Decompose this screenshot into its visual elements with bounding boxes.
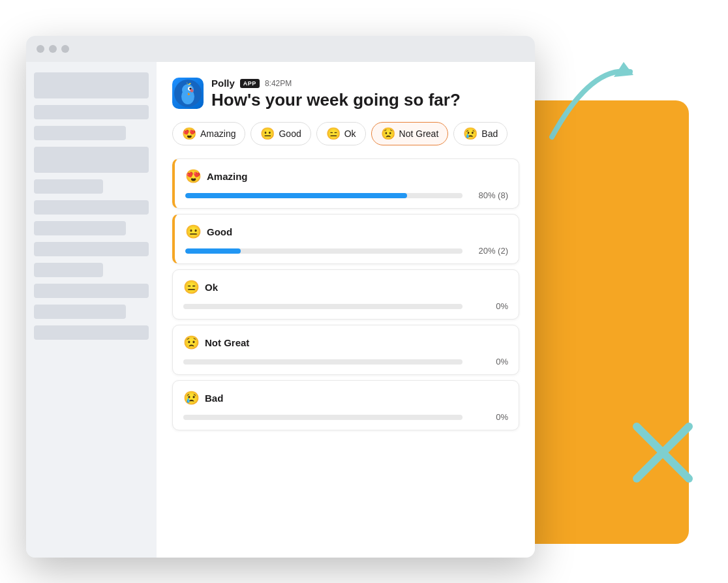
result-bar-ok: 0%	[183, 301, 508, 311]
browser-window: Polly APP 8:42PM How's your week going s…	[26, 36, 535, 558]
sidebar-item	[34, 221, 126, 235]
arrow-down-decoration	[624, 413, 702, 492]
sidebar-item	[34, 147, 149, 173]
browser-dot-red	[37, 45, 44, 53]
result-bar-amazing: 80% (8)	[185, 190, 508, 200]
result-pct-amazing: 80% (8)	[469, 190, 508, 200]
main-content: Polly APP 8:42PM How's your week going s…	[157, 62, 535, 558]
result-label-bad: 😢 Bad	[183, 390, 508, 406]
result-track-bad	[183, 415, 463, 420]
result-card-ok: 😑 Ok 0%	[172, 269, 519, 320]
bad-emoji: 😢	[463, 127, 478, 141]
message-meta: Polly APP 8:42PM How's your week going s…	[211, 78, 461, 110]
result-label-amazing: 😍 Amazing	[185, 168, 508, 184]
result-track-notgreat	[183, 359, 463, 365]
sidebar-item	[34, 126, 126, 140]
result-pct-ok: 0%	[469, 301, 508, 311]
sidebar-item	[34, 179, 103, 194]
ok-label: Ok	[344, 128, 356, 139]
notgreat-label: Not Great	[399, 128, 439, 139]
result-emoji-ok: 😑	[183, 279, 200, 295]
results-container: 😍 Amazing 80% (8) 😐 Good	[172, 158, 519, 430]
poll-option-amazing[interactable]: 😍 Amazing	[172, 122, 245, 145]
result-text-amazing: Amazing	[207, 171, 248, 182]
result-fill-amazing	[185, 193, 407, 198]
result-emoji-amazing: 😍	[185, 168, 202, 184]
good-label: Good	[279, 128, 301, 139]
result-card-good: 😐 Good 20% (2)	[172, 214, 519, 264]
poll-option-notgreat[interactable]: 😟 Not Great	[371, 122, 449, 145]
svg-point-7	[190, 89, 194, 93]
amazing-emoji: 😍	[182, 127, 196, 141]
browser-body: Polly APP 8:42PM How's your week going s…	[26, 62, 535, 558]
result-track-ok	[183, 304, 463, 309]
poll-options-row: 😍 Amazing 😐 Good 😑 Ok 😟 Not Great 😢	[172, 122, 519, 145]
sidebar-item	[34, 263, 103, 277]
result-pct-bad: 0%	[469, 412, 508, 422]
result-bar-good: 20% (2)	[185, 246, 508, 256]
message-time: 8:42PM	[265, 79, 292, 88]
arrow-up-decoration	[532, 52, 637, 157]
result-track-amazing	[185, 193, 463, 198]
result-label-good: 😐 Good	[185, 224, 508, 239]
notgreat-emoji: 😟	[381, 127, 395, 141]
result-pct-notgreat: 0%	[469, 357, 508, 366]
sidebar-item	[34, 72, 149, 98]
polly-avatar	[172, 78, 204, 109]
browser-dot-green	[61, 45, 69, 53]
sidebar-item	[34, 325, 149, 340]
result-text-bad: Bad	[205, 393, 223, 404]
result-pct-good: 20% (2)	[469, 246, 508, 256]
browser-dot-yellow	[49, 45, 57, 53]
poll-option-ok[interactable]: 😑 Ok	[316, 122, 366, 145]
message-header: Polly APP 8:42PM How's your week going s…	[172, 78, 519, 110]
sender-name: Polly	[211, 78, 235, 89]
sidebar	[26, 62, 157, 558]
result-card-notgreat: 😟 Not Great 0%	[172, 325, 519, 375]
result-emoji-good: 😐	[185, 224, 202, 239]
sidebar-item	[34, 305, 126, 319]
result-bar-bad: 0%	[183, 412, 508, 422]
message-question: How's your week going so far?	[211, 90, 461, 110]
ok-emoji: 😑	[326, 127, 341, 141]
result-bar-notgreat: 0%	[183, 357, 508, 366]
sidebar-item	[34, 242, 149, 256]
result-card-bad: 😢 Bad 0%	[172, 380, 519, 430]
result-label-ok: 😑 Ok	[183, 279, 508, 295]
app-badge: APP	[240, 79, 260, 88]
result-text-good: Good	[207, 226, 232, 237]
result-emoji-bad: 😢	[183, 390, 200, 406]
bad-label: Bad	[481, 128, 498, 139]
sidebar-item	[34, 284, 149, 298]
result-emoji-notgreat: 😟	[183, 335, 200, 350]
sender-line: Polly APP 8:42PM	[211, 78, 461, 89]
result-fill-good	[185, 248, 241, 254]
result-card-amazing: 😍 Amazing 80% (8)	[172, 158, 519, 209]
browser-titlebar	[26, 36, 535, 62]
good-emoji: 😐	[260, 127, 275, 141]
result-label-notgreat: 😟 Not Great	[183, 335, 508, 350]
result-track-good	[185, 248, 463, 254]
poll-option-good[interactable]: 😐 Good	[250, 122, 311, 145]
result-text-notgreat: Not Great	[205, 337, 249, 348]
sidebar-item	[34, 200, 149, 215]
poll-option-bad[interactable]: 😢 Bad	[453, 122, 508, 145]
result-text-ok: Ok	[205, 282, 218, 293]
amazing-label: Amazing	[200, 128, 235, 139]
sidebar-item	[34, 105, 149, 119]
